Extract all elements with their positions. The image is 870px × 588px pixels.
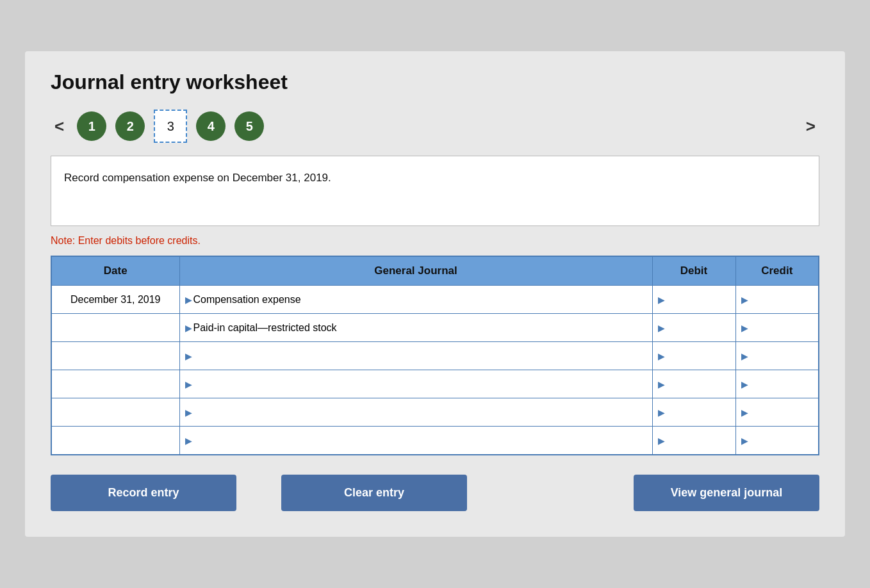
cell-date-4[interactable] [51, 398, 179, 427]
table-row: ▶▶▶ [51, 398, 819, 427]
journal-input-5[interactable] [193, 435, 647, 446]
cell-journal-1[interactable]: ▶Paid-in capital—restricted stock [179, 314, 652, 342]
table-row: ▶▶▶ [51, 427, 819, 455]
credit-input-4[interactable] [750, 407, 814, 418]
debit-input-2[interactable] [666, 350, 730, 362]
credit-input-1[interactable] [750, 322, 814, 334]
cell-date-1[interactable] [51, 314, 179, 342]
cell-journal-5[interactable]: ▶ [179, 427, 652, 455]
debit-arrow-icon-0: ▶ [658, 295, 665, 305]
journal-input-2[interactable] [193, 350, 647, 362]
step-navigation: < 12345 > [51, 110, 819, 143]
cell-debit-1[interactable]: ▶ [652, 314, 735, 342]
debit-arrow-icon-4: ▶ [658, 407, 665, 418]
journal-arrow-icon-5: ▶ [185, 436, 192, 446]
debit-input-4[interactable] [666, 407, 730, 418]
date-input-2[interactable] [57, 350, 174, 362]
journal-arrow-icon-2: ▶ [185, 351, 192, 361]
debit-input-1[interactable] [666, 322, 730, 334]
cell-journal-2[interactable]: ▶ [179, 342, 652, 370]
step-circle-5[interactable]: 5 [234, 111, 264, 141]
cell-debit-3[interactable]: ▶ [652, 370, 735, 398]
page-title: Journal entry worksheet [51, 70, 819, 94]
cell-debit-2[interactable]: ▶ [652, 342, 735, 370]
instruction-box: Record compensation expense on December … [51, 156, 819, 226]
journal-arrow-icon-1: ▶ [185, 323, 192, 333]
journal-arrow-icon-4: ▶ [185, 407, 192, 418]
credit-input-5[interactable] [750, 435, 814, 446]
header-date: Date [51, 256, 179, 286]
header-credit: Credit [735, 256, 819, 286]
header-debit: Debit [652, 256, 735, 286]
date-input-1[interactable] [57, 322, 174, 334]
cell-credit-2[interactable]: ▶ [735, 342, 819, 370]
table-row: ▶▶▶ [51, 370, 819, 398]
credit-arrow-icon-5: ▶ [741, 436, 748, 446]
debit-arrow-icon-5: ▶ [658, 436, 665, 446]
table-row: ▶Paid-in capital—restricted stock▶▶ [51, 314, 819, 342]
view-general-journal-button[interactable]: View general journal [634, 475, 819, 511]
table-row: December 31, 2019▶Compensation expense▶▶ [51, 286, 819, 314]
clear-entry-button[interactable]: Clear entry [281, 475, 467, 511]
credit-arrow-icon-4: ▶ [741, 407, 748, 418]
journal-input-3[interactable] [193, 379, 647, 390]
cell-credit-5[interactable]: ▶ [735, 427, 819, 455]
credit-input-0[interactable] [750, 294, 814, 306]
credit-arrow-icon-1: ▶ [741, 323, 748, 333]
journal-text-1: Paid-in capital—restricted stock [193, 322, 337, 334]
step-box-3[interactable]: 3 [154, 110, 187, 143]
cell-debit-5[interactable]: ▶ [652, 427, 735, 455]
date-input-3[interactable] [57, 379, 174, 390]
debit-arrow-icon-2: ▶ [658, 351, 665, 361]
journal-input-4[interactable] [193, 407, 647, 418]
debit-arrow-icon-1: ▶ [658, 323, 665, 333]
cell-journal-3[interactable]: ▶ [179, 370, 652, 398]
main-container: Journal entry worksheet < 12345 > Record… [25, 51, 845, 537]
cell-date-5[interactable] [51, 427, 179, 455]
debit-input-3[interactable] [666, 379, 730, 390]
record-entry-button[interactable]: Record entry [51, 475, 236, 511]
credit-arrow-icon-3: ▶ [741, 379, 748, 389]
credit-input-3[interactable] [750, 379, 814, 390]
journal-text-0: Compensation expense [193, 294, 301, 306]
debit-input-0[interactable] [666, 294, 730, 306]
cell-debit-0[interactable]: ▶ [652, 286, 735, 314]
journal-arrow-icon-3: ▶ [185, 379, 192, 389]
table-body: December 31, 2019▶Compensation expense▶▶… [51, 286, 819, 455]
cell-debit-4[interactable]: ▶ [652, 398, 735, 427]
cell-date-2[interactable] [51, 342, 179, 370]
next-arrow[interactable]: > [802, 117, 819, 136]
prev-arrow[interactable]: < [51, 117, 68, 136]
cell-journal-4[interactable]: ▶ [179, 398, 652, 427]
credit-arrow-icon-2: ▶ [741, 351, 748, 361]
cell-credit-1[interactable]: ▶ [735, 314, 819, 342]
instruction-text: Record compensation expense on December … [64, 172, 331, 184]
table-header-row: Date General Journal Debit Credit [51, 256, 819, 286]
header-journal: General Journal [179, 256, 652, 286]
step-circle-2[interactable]: 2 [115, 111, 145, 141]
credit-arrow-icon-0: ▶ [741, 295, 748, 305]
cell-date-3[interactable] [51, 370, 179, 398]
buttons-row: Record entry Clear entry View general jo… [51, 475, 819, 511]
debit-arrow-icon-3: ▶ [658, 379, 665, 389]
date-input-4[interactable] [57, 407, 174, 418]
steps-container: 12345 [77, 110, 264, 143]
step-circle-1[interactable]: 1 [77, 111, 106, 141]
step-circle-4[interactable]: 4 [196, 111, 226, 141]
journal-table: Date General Journal Debit Credit Decemb… [51, 256, 819, 455]
cell-date-0: December 31, 2019 [51, 286, 179, 314]
cell-journal-0[interactable]: ▶Compensation expense [179, 286, 652, 314]
table-row: ▶▶▶ [51, 342, 819, 370]
journal-arrow-icon-0: ▶ [185, 295, 192, 305]
debit-input-5[interactable] [666, 435, 730, 446]
cell-credit-4[interactable]: ▶ [735, 398, 819, 427]
cell-credit-3[interactable]: ▶ [735, 370, 819, 398]
date-input-5[interactable] [57, 435, 174, 446]
cell-credit-0[interactable]: ▶ [735, 286, 819, 314]
note-text: Note: Enter debits before credits. [51, 235, 819, 247]
credit-input-2[interactable] [750, 350, 814, 362]
